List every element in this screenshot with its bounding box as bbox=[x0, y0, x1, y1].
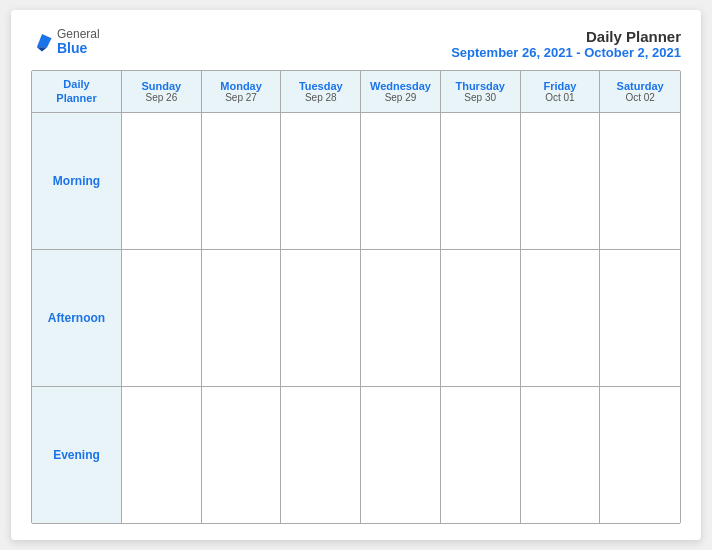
morning-label-cell: Morning bbox=[32, 113, 122, 249]
page: General Blue Daily Planner September 26,… bbox=[11, 10, 701, 540]
logo-blue: Blue bbox=[57, 41, 100, 56]
header-saturday: Saturday Oct 02 bbox=[600, 71, 680, 112]
morning-thursday[interactable] bbox=[441, 113, 521, 249]
wednesday-name: Wednesday bbox=[370, 80, 431, 92]
evening-wednesday[interactable] bbox=[361, 387, 441, 523]
monday-name: Monday bbox=[220, 80, 262, 92]
header-daily: DailyPlanner bbox=[56, 77, 96, 106]
header-thursday: Thursday Sep 30 bbox=[441, 71, 521, 112]
evening-saturday[interactable] bbox=[600, 387, 680, 523]
header-label-cell: DailyPlanner bbox=[32, 71, 122, 112]
calendar-header-row: DailyPlanner Sunday Sep 26 Monday Sep 27… bbox=[32, 71, 680, 113]
header-wednesday: Wednesday Sep 29 bbox=[361, 71, 441, 112]
header-monday: Monday Sep 27 bbox=[202, 71, 282, 112]
afternoon-label: Afternoon bbox=[48, 311, 105, 325]
planner-title: Daily Planner bbox=[451, 28, 681, 45]
sunday-name: Sunday bbox=[141, 80, 181, 92]
title-area: Daily Planner September 26, 2021 - Octob… bbox=[451, 28, 681, 60]
saturday-name: Saturday bbox=[617, 80, 664, 92]
morning-sunday[interactable] bbox=[122, 113, 202, 249]
evening-sunday[interactable] bbox=[122, 387, 202, 523]
svg-marker-1 bbox=[37, 47, 47, 51]
afternoon-saturday[interactable] bbox=[600, 250, 680, 386]
afternoon-monday[interactable] bbox=[202, 250, 282, 386]
evening-thursday[interactable] bbox=[441, 387, 521, 523]
friday-name: Friday bbox=[543, 80, 576, 92]
afternoon-label-cell: Afternoon bbox=[32, 250, 122, 386]
morning-saturday[interactable] bbox=[600, 113, 680, 249]
thursday-name: Thursday bbox=[455, 80, 505, 92]
morning-tuesday[interactable] bbox=[281, 113, 361, 249]
generalblue-logo-icon bbox=[31, 31, 53, 53]
morning-row: Morning bbox=[32, 113, 680, 250]
wednesday-date: Sep 29 bbox=[385, 92, 417, 103]
logo-text: General Blue bbox=[57, 28, 100, 57]
monday-date: Sep 27 bbox=[225, 92, 257, 103]
afternoon-sunday[interactable] bbox=[122, 250, 202, 386]
header-tuesday: Tuesday Sep 28 bbox=[281, 71, 361, 112]
thursday-date: Sep 30 bbox=[464, 92, 496, 103]
tuesday-date: Sep 28 bbox=[305, 92, 337, 103]
evening-row: Evening bbox=[32, 387, 680, 523]
morning-label: Morning bbox=[53, 174, 100, 188]
afternoon-thursday[interactable] bbox=[441, 250, 521, 386]
calendar: DailyPlanner Sunday Sep 26 Monday Sep 27… bbox=[31, 70, 681, 524]
sunday-date: Sep 26 bbox=[146, 92, 178, 103]
svg-marker-0 bbox=[37, 34, 52, 47]
evening-friday[interactable] bbox=[521, 387, 601, 523]
morning-monday[interactable] bbox=[202, 113, 282, 249]
morning-friday[interactable] bbox=[521, 113, 601, 249]
afternoon-row: Afternoon bbox=[32, 250, 680, 387]
evening-monday[interactable] bbox=[202, 387, 282, 523]
header: General Blue Daily Planner September 26,… bbox=[31, 28, 681, 60]
afternoon-wednesday[interactable] bbox=[361, 250, 441, 386]
saturday-date: Oct 02 bbox=[625, 92, 654, 103]
calendar-body: Morning Afternoon bbox=[32, 113, 680, 523]
tuesday-name: Tuesday bbox=[299, 80, 343, 92]
evening-label-cell: Evening bbox=[32, 387, 122, 523]
morning-wednesday[interactable] bbox=[361, 113, 441, 249]
header-sunday: Sunday Sep 26 bbox=[122, 71, 202, 112]
header-friday: Friday Oct 01 bbox=[521, 71, 601, 112]
evening-tuesday[interactable] bbox=[281, 387, 361, 523]
logo-area: General Blue bbox=[31, 28, 100, 57]
friday-date: Oct 01 bbox=[545, 92, 574, 103]
afternoon-tuesday[interactable] bbox=[281, 250, 361, 386]
evening-label: Evening bbox=[53, 448, 100, 462]
afternoon-friday[interactable] bbox=[521, 250, 601, 386]
planner-date-range: September 26, 2021 - October 2, 2021 bbox=[451, 45, 681, 60]
